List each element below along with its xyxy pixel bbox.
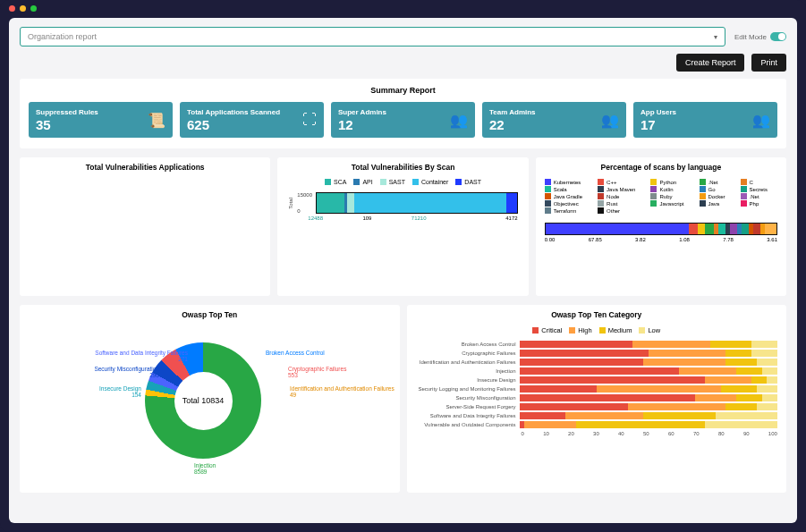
legend-swatch-icon: [650, 186, 657, 192]
kpi-label: Suppressed Rules: [36, 108, 98, 116]
category-row: Broken Access Control: [407, 340, 787, 349]
lang-title: Percentage of scans by language: [536, 163, 786, 172]
legend-item: Docker: [700, 193, 735, 199]
axis-tick: 30: [593, 431, 599, 436]
legend-swatch-icon: [700, 193, 706, 199]
legend-item: Critical: [532, 326, 562, 334]
legend-item: Ruby: [650, 193, 693, 199]
report-select[interactable]: Organization report ▾: [20, 27, 725, 46]
legend-swatch-icon: [545, 179, 551, 185]
legend-item: Low: [639, 326, 660, 334]
legend-swatch-icon: [545, 207, 551, 214]
print-button[interactable]: Print: [751, 54, 786, 72]
legend-swatch-icon: [650, 193, 657, 199]
category-row: Identification and Authentication Failur…: [407, 358, 787, 367]
edit-mode-toggle[interactable]: [770, 32, 786, 41]
minimize-icon[interactable]: [20, 5, 26, 12]
category-label: Broken Access Control: [411, 342, 516, 347]
legend-label: API: [362, 179, 372, 185]
scan-ytick: 0: [297, 208, 312, 214]
scan-value-label: 109: [362, 215, 371, 221]
kpi-value: 35: [36, 118, 98, 131]
legend-label: Docker: [708, 194, 725, 199]
legend-label: SAST: [389, 179, 405, 185]
category-row: Security Misconfiguration: [407, 393, 787, 402]
legend-swatch-icon: [700, 179, 706, 185]
legend-item: Node: [598, 193, 645, 199]
lang-axis-label: 67.85: [589, 237, 602, 242]
legend-swatch-icon: [325, 179, 331, 185]
category-label: Injection: [411, 368, 516, 374]
kpi-card: App Users17👥: [633, 102, 777, 138]
users-icon: 👥: [450, 112, 468, 129]
kpi-card: Total Applications Scanned625⛶: [180, 102, 324, 138]
legend-item: Terraform: [545, 207, 592, 214]
legend-swatch-icon: [545, 193, 551, 199]
category-row: Vulnerable and Outdated Components: [407, 420, 787, 429]
create-report-button[interactable]: Create Report: [676, 54, 745, 72]
ann-label: Cryptographic Failures: [288, 366, 346, 372]
legend-item: Java Gradle: [545, 193, 592, 199]
legend-item: Java Maven: [598, 186, 645, 192]
legend-label: Medium: [608, 326, 632, 334]
window-controls: [9, 5, 37, 12]
legend-swatch-icon: [412, 179, 419, 185]
category-bar: [520, 412, 778, 419]
legend-label: Rust: [607, 201, 617, 207]
lang-axis-label: 3.82: [635, 237, 646, 242]
owasp-cat-title: Owasp Top Ten Category: [407, 310, 787, 319]
legend-item: High: [569, 326, 591, 334]
legend-label: Kotlin: [659, 187, 673, 192]
close-icon[interactable]: [9, 5, 15, 12]
legend-label: Terraform: [554, 208, 577, 214]
legend-swatch-icon: [353, 179, 360, 185]
category-bar: [520, 403, 778, 410]
kpi-card: Suppressed Rules35📜: [29, 102, 173, 138]
legend-item: C++: [598, 179, 645, 185]
axis-tick: 90: [743, 431, 750, 436]
chevron-down-icon: ▾: [714, 33, 717, 41]
category-bar: [520, 376, 778, 384]
ann-label: Identification and Authentication Failur…: [290, 385, 395, 392]
category-bar: [520, 367, 778, 375]
users-icon: 👥: [752, 112, 770, 129]
category-row: Insecure Design: [407, 376, 787, 384]
kpi-value: 12: [338, 118, 386, 131]
category-row: Cryptographic Failures: [407, 349, 787, 358]
category-label: Security Logging and Monitoring Failures: [411, 386, 516, 392]
axis-tick: 0: [522, 431, 524, 436]
lang-card: Percentage of scans by language Kubernet…: [536, 157, 786, 296]
axis-tick: 100: [768, 431, 777, 436]
legend-item: .Net: [700, 179, 735, 185]
lang-axis-label: 3.61: [767, 237, 777, 242]
category-bar: [520, 359, 778, 366]
legend-item: .Net: [741, 193, 777, 199]
legend-label: Node: [607, 194, 619, 199]
legend-swatch-icon: [700, 200, 706, 207]
scan-value-label: 71210: [411, 215, 427, 221]
category-label: Server-Side Request Forgery: [411, 404, 516, 410]
scan-ytick: 15000: [297, 192, 312, 198]
ann-label: Software and Data Integrity Failures: [95, 350, 188, 356]
legend-swatch-icon: [598, 200, 604, 207]
ann-label: Broken Access Control: [266, 350, 325, 356]
legend-swatch-icon: [650, 179, 657, 185]
category-label: Vulnerable and Outdated Components: [411, 422, 516, 427]
category-bar: [520, 350, 778, 357]
scan-stacked-bar: [316, 192, 518, 214]
legend-item: Kotlin: [650, 186, 693, 192]
kpi-value: 22: [489, 118, 536, 131]
ann-label: Insecure Design: [99, 385, 141, 392]
legend-label: C++: [607, 180, 616, 185]
maximize-icon[interactable]: [30, 5, 37, 12]
legend-swatch-icon: [741, 193, 747, 199]
category-row: Server-Side Request Forgery: [407, 402, 787, 411]
category-row: Security Logging and Monitoring Failures: [407, 384, 787, 393]
legend-swatch-icon: [380, 179, 386, 185]
legend-item: Kubernetes: [545, 179, 592, 185]
legend-label: Python: [659, 180, 676, 185]
legend-label: High: [578, 326, 591, 334]
owasp-donut-card: Owasp Top Ten Total 10834 Broken Access …: [20, 305, 400, 493]
legend-label: Go: [708, 187, 716, 192]
legend-swatch-icon: [545, 200, 551, 207]
